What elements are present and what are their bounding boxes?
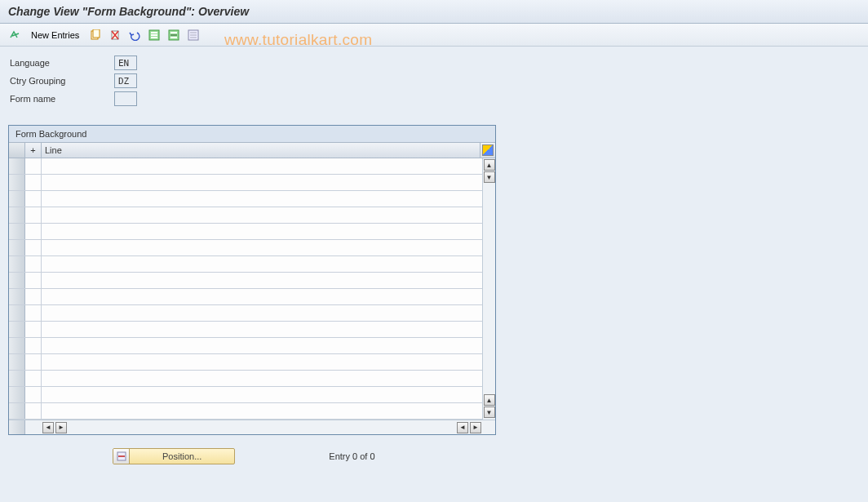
new-entries-button[interactable]: New Entries: [26, 30, 84, 40]
table-row[interactable]: [9, 191, 482, 207]
row-plus-cell[interactable]: [25, 175, 42, 190]
row-selector[interactable]: [9, 371, 25, 386]
table-row[interactable]: [9, 371, 482, 387]
row-selector[interactable]: [9, 354, 25, 370]
table-select-all[interactable]: [9, 143, 25, 158]
ctry-input[interactable]: [114, 73, 137, 88]
row-plus-cell[interactable]: [25, 256, 42, 272]
table-row[interactable]: [9, 305, 482, 322]
row-plus-cell[interactable]: [25, 371, 42, 386]
scroll-left-icon[interactable]: ◄: [42, 422, 54, 433]
row-plus-cell[interactable]: [25, 273, 42, 288]
select-block-icon[interactable]: [166, 28, 182, 42]
table-row[interactable]: [9, 354, 482, 371]
entry-counter: Entry 0 of 0: [329, 451, 374, 461]
row-line-cell[interactable]: [42, 338, 482, 353]
row-selector[interactable]: [9, 305, 25, 321]
row-line-cell[interactable]: [42, 322, 482, 337]
row-line-cell[interactable]: [42, 175, 482, 190]
svg-rect-16: [118, 455, 125, 457]
row-line-cell[interactable]: [42, 207, 482, 223]
scroll-down2-icon[interactable]: ▼: [484, 406, 495, 418]
row-line-cell[interactable]: [42, 191, 482, 207]
horizontal-scrollbar[interactable]: ◄ ► ◄ ►: [9, 420, 495, 434]
column-plus[interactable]: +: [25, 143, 42, 158]
row-plus-cell[interactable]: [25, 191, 42, 207]
toggle-icon[interactable]: [7, 28, 23, 42]
row-line-cell[interactable]: [42, 403, 482, 419]
table-row[interactable]: [9, 289, 482, 305]
row-line-cell[interactable]: [42, 371, 482, 386]
row-line-cell[interactable]: [42, 240, 482, 255]
row-selector[interactable]: [9, 322, 25, 337]
row-line-cell[interactable]: [42, 387, 482, 402]
column-line[interactable]: Line: [42, 143, 480, 158]
undo-icon[interactable]: [126, 28, 143, 42]
row-selector[interactable]: [9, 273, 25, 288]
row-selector[interactable]: [9, 207, 25, 223]
row-plus-cell[interactable]: [25, 224, 42, 239]
row-selector[interactable]: [9, 191, 25, 207]
row-selector[interactable]: [9, 175, 25, 190]
row-line-cell[interactable]: [42, 354, 482, 370]
scroll-down-icon[interactable]: ▼: [484, 171, 495, 183]
svg-rect-9: [170, 34, 177, 36]
row-line-cell[interactable]: [42, 224, 482, 239]
table-row[interactable]: [9, 387, 482, 403]
svg-rect-13: [190, 34, 197, 36]
svg-rect-12: [190, 32, 197, 33]
row-selector[interactable]: [9, 256, 25, 272]
footer: Position... Entry 0 of 0: [8, 448, 860, 464]
table-row[interactable]: [9, 207, 482, 224]
scroll-left2-icon[interactable]: ◄: [457, 422, 468, 433]
row-plus-cell[interactable]: [25, 207, 42, 223]
scroll-up-icon[interactable]: ▲: [484, 159, 495, 171]
scroll-right-icon[interactable]: ►: [55, 422, 67, 433]
position-button[interactable]: Position...: [113, 448, 235, 464]
table-row[interactable]: [9, 338, 482, 354]
scroll-up2-icon[interactable]: ▲: [484, 394, 495, 406]
row-selector[interactable]: [9, 158, 25, 174]
row-plus-cell[interactable]: [25, 322, 42, 337]
table-row[interactable]: [9, 175, 482, 191]
table-row[interactable]: [9, 256, 482, 273]
row-plus-cell[interactable]: [25, 289, 42, 304]
table-row[interactable]: [9, 403, 482, 420]
select-all-icon[interactable]: [146, 28, 162, 42]
row-line-cell[interactable]: [42, 273, 482, 288]
vertical-scrollbar[interactable]: ▲ ▼ ▲ ▼: [482, 158, 495, 420]
content-area: Language Ctry Grouping Form name Form Ba…: [0, 47, 868, 473]
deselect-all-icon[interactable]: [185, 28, 202, 42]
table-row[interactable]: [9, 273, 482, 289]
row-plus-cell[interactable]: [25, 240, 42, 255]
table-row[interactable]: [9, 322, 482, 338]
row-selector[interactable]: [9, 403, 25, 419]
table-config-button[interactable]: [480, 143, 495, 158]
row-plus-cell[interactable]: [25, 354, 42, 370]
row-plus-cell[interactable]: [25, 387, 42, 402]
row-plus-cell[interactable]: [25, 338, 42, 353]
row-selector[interactable]: [9, 289, 25, 304]
scroll-right2-icon[interactable]: ►: [470, 422, 481, 433]
row-plus-cell[interactable]: [25, 305, 42, 321]
form-name-input[interactable]: [114, 91, 137, 106]
row-selector[interactable]: [9, 224, 25, 239]
table-row[interactable]: [9, 158, 482, 175]
table-row[interactable]: [9, 224, 482, 240]
row-line-cell[interactable]: [42, 289, 482, 304]
copy-icon[interactable]: [87, 28, 104, 42]
svg-rect-8: [170, 32, 177, 33]
delete-icon[interactable]: [107, 28, 123, 42]
row-selector[interactable]: [9, 387, 25, 402]
language-input[interactable]: [114, 56, 137, 70]
row-plus-cell[interactable]: [25, 158, 42, 174]
row-selector[interactable]: [9, 240, 25, 255]
field-language: Language: [8, 55, 860, 71]
row-line-cell[interactable]: [42, 305, 482, 321]
row-selector[interactable]: [9, 338, 25, 353]
row-line-cell[interactable]: [42, 158, 482, 174]
row-plus-cell[interactable]: [25, 403, 42, 419]
table-row[interactable]: [9, 240, 482, 256]
svg-rect-1: [93, 29, 100, 38]
row-line-cell[interactable]: [42, 256, 482, 272]
